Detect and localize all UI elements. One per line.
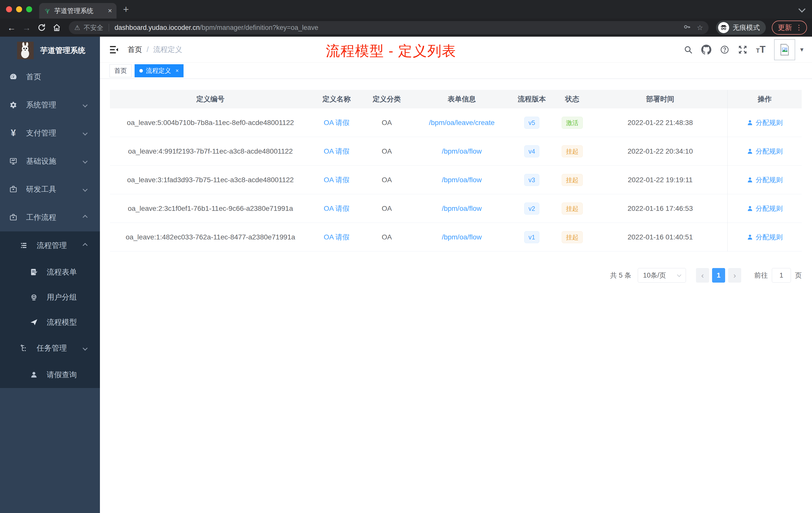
table-row: oa_leave:5:004b710b-7b8a-11ec-8ef0-acde4… <box>110 109 802 137</box>
red-annotation-title: 流程模型 - 定义列表 <box>326 42 457 61</box>
definition-category: OA <box>362 205 411 213</box>
sidebar-item-system[interactable]: 系统管理 <box>0 91 100 119</box>
form-link[interactable]: /bpm/oa/flow <box>411 147 512 155</box>
list-icon <box>20 242 28 249</box>
table-row: oa_leave:4:991f2193-7b7f-11ec-a3c8-acde4… <box>110 137 802 165</box>
sidebar-item-process-management[interactable]: 流程管理 <box>0 232 100 260</box>
browser-chrome: 芋道管理系统 × + ← → ⚠ 不安全 dashboard.yudao.ioc… <box>0 0 812 37</box>
back-icon[interactable]: ← <box>5 21 18 34</box>
sidebar-item-dev-tools[interactable]: 研发工具 <box>0 175 100 203</box>
form-link[interactable]: /bpm/oa/leave/create <box>411 119 512 127</box>
next-page-button[interactable]: › <box>728 268 741 282</box>
goto-page-input[interactable]: 1 <box>772 268 791 282</box>
browser-tab[interactable]: 芋道管理系统 × <box>39 3 116 19</box>
sidebar-item-label: 流程管理 <box>37 240 83 251</box>
sidebar: 芋道管理系统 首页 系统管理 ¥ 支付管理 <box>0 37 100 513</box>
avatar-dropdown-caret-icon[interactable]: ▾ <box>800 46 804 54</box>
browser-menu-dots-icon[interactable]: ⋮ <box>795 24 803 31</box>
status-badge: 激活 <box>562 117 583 129</box>
sidebar-collapse-icon[interactable] <box>110 46 118 54</box>
tag-close-icon[interactable]: × <box>175 67 179 74</box>
toolbox-icon <box>9 185 18 193</box>
assign-rule-button[interactable]: 分配规则 <box>747 233 783 242</box>
tag-process-definition[interactable]: 流程定义 × <box>135 64 183 77</box>
form-link[interactable]: /bpm/oa/flow <box>411 233 512 241</box>
definition-table: 定义编号 定义名称 定义分类 表单信息 流程版本 状态 部署时间 操作 oa_l… <box>110 90 812 251</box>
url-text[interactable]: dashboard.yudao.iocoder.cn/bpm/manager/d… <box>115 24 677 32</box>
font-size-icon[interactable]: TT <box>756 44 765 55</box>
tag-home[interactable]: 首页 <box>110 64 132 77</box>
breadcrumb-home[interactable]: 首页 <box>127 45 142 55</box>
assign-rule-button[interactable]: 分配规则 <box>747 118 783 127</box>
sidebar-item-workflow[interactable]: 工作流程 <box>0 203 100 232</box>
sidebar-item-infrastructure[interactable]: 基础设施 <box>0 147 100 175</box>
definition-name-link[interactable]: OA 请假 <box>311 175 362 185</box>
home-icon[interactable] <box>50 21 63 34</box>
tab-close-icon[interactable]: × <box>108 7 112 15</box>
prev-page-button[interactable]: ‹ <box>696 268 709 282</box>
sidebar-item-process-model[interactable]: 流程模型 <box>0 310 100 335</box>
assign-rule-label: 分配规则 <box>756 147 783 156</box>
bookmark-star-icon[interactable]: ☆ <box>697 24 703 32</box>
page-size-select[interactable]: 10条/页 <box>638 268 686 282</box>
user-group-icon <box>30 293 38 301</box>
page-number-current[interactable]: 1 <box>712 268 725 282</box>
definition-name-link[interactable]: OA 请假 <box>311 147 362 156</box>
github-icon[interactable] <box>701 45 711 55</box>
zoom-window-button[interactable] <box>26 6 32 12</box>
incognito-badge: 无痕模式 <box>716 21 766 35</box>
form-link[interactable]: /bpm/oa/flow <box>411 205 512 213</box>
chrome-update-button[interactable]: 更新 ⋮ <box>772 21 807 35</box>
security-label[interactable]: 不安全 <box>84 23 103 32</box>
gear-icon <box>9 101 18 109</box>
sidebar-item-label: 任务管理 <box>37 343 83 353</box>
browser-tab-strip: 芋道管理系统 × + <box>0 0 812 19</box>
definition-category: OA <box>362 176 411 184</box>
tab-search-chevron-icon[interactable] <box>799 5 806 12</box>
sidebar-item-label: 请假查询 <box>47 370 100 380</box>
forward-icon[interactable]: → <box>20 21 33 34</box>
version-badge: v4 <box>524 145 539 157</box>
assign-rule-button[interactable]: 分配规则 <box>747 147 783 156</box>
goto-label: 前往 <box>754 271 768 280</box>
page-size-value: 10条/页 <box>643 271 666 280</box>
sidebar-item-process-form[interactable]: 流程表单 <box>0 260 100 284</box>
version-badge: v2 <box>524 203 539 215</box>
password-key-icon[interactable] <box>683 23 691 32</box>
close-window-button[interactable] <box>6 6 12 12</box>
definition-category: OA <box>362 233 411 241</box>
window-controls[interactable] <box>0 6 39 12</box>
page-unit-label: 页 <box>795 271 802 280</box>
tags-view-bar: 首页 流程定义 × <box>100 63 812 79</box>
sidebar-item-user-group[interactable]: 用户分组 <box>0 284 100 310</box>
user-avatar-broken-image[interactable] <box>774 39 795 60</box>
sidebar-logo[interactable]: 芋道管理系统 <box>0 37 100 63</box>
url-bar[interactable]: ⚠ 不安全 dashboard.yudao.iocoder.cn/bpm/man… <box>69 21 708 34</box>
assign-rule-button[interactable]: 分配规则 <box>747 175 783 184</box>
assign-rule-button[interactable]: 分配规则 <box>747 204 783 213</box>
reload-icon[interactable] <box>35 21 48 34</box>
sidebar-item-label: 流程表单 <box>47 267 100 277</box>
definition-name-link[interactable]: OA 请假 <box>311 118 362 127</box>
fullscreen-icon[interactable] <box>738 45 748 55</box>
paper-plane-icon <box>30 318 38 326</box>
sidebar-item-leave-query[interactable]: 请假查询 <box>0 361 100 388</box>
definition-name-link[interactable]: OA 请假 <box>311 233 362 242</box>
sidebar-item-label: 首页 <box>26 72 100 82</box>
definition-name-link[interactable]: OA 请假 <box>311 204 362 213</box>
form-link[interactable]: /bpm/oa/flow <box>411 176 512 184</box>
workflow-submenu: 流程管理 流程表单 用户分组 <box>0 232 100 388</box>
definition-id: oa_leave:3:1fad3d93-7b75-11ec-a3c8-acde4… <box>110 176 311 184</box>
sidebar-item-payment[interactable]: ¥ 支付管理 <box>0 119 100 147</box>
form-icon <box>30 268 38 276</box>
sidebar-item-home[interactable]: 首页 <box>0 63 100 91</box>
sidebar-item-task-management[interactable]: 任务管理 <box>0 335 100 361</box>
update-label[interactable]: 更新 <box>778 23 792 32</box>
help-icon[interactable] <box>720 45 729 55</box>
version-badge: v5 <box>524 117 539 129</box>
search-icon[interactable] <box>684 45 693 54</box>
table-header-row: 定义编号 定义名称 定义分类 表单信息 流程版本 状态 部署时间 操作 <box>110 90 802 109</box>
new-tab-button[interactable]: + <box>123 4 129 15</box>
chevron-down-icon <box>83 345 88 351</box>
minimize-window-button[interactable] <box>16 6 22 12</box>
